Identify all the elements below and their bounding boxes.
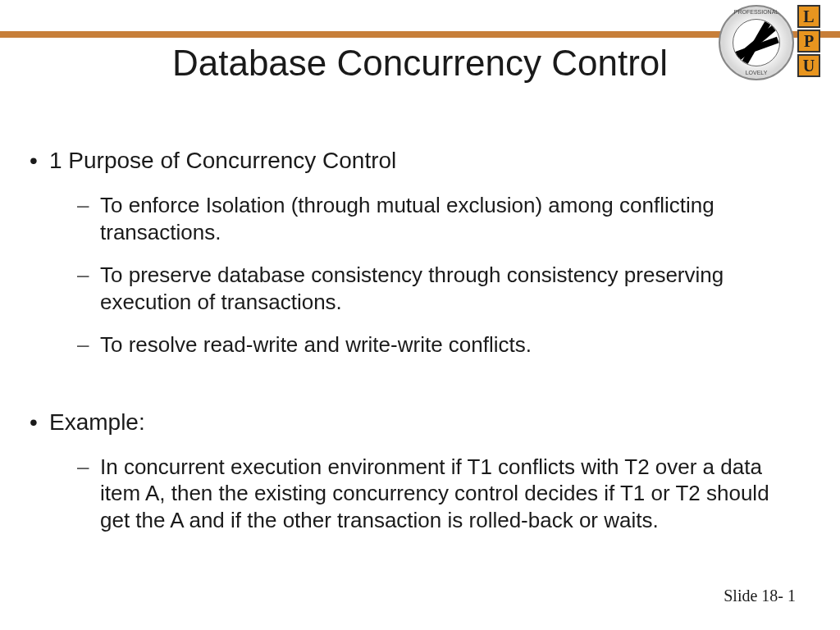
bullet-point: In concurrent execution environment if T… xyxy=(77,454,804,534)
slide-number: Slide 18- 1 xyxy=(724,587,796,605)
bullet-point: To enforce Isolation (through mutual exc… xyxy=(77,192,804,245)
seal-text-top: PROFESSIONAL xyxy=(720,9,792,15)
bullet-point: To preserve database consistency through… xyxy=(77,262,804,315)
lpu-letters: L P U xyxy=(797,5,820,77)
seal-text-bottom: LOVELY xyxy=(720,70,792,75)
slide-title: Database Concurrency Control xyxy=(0,43,840,84)
slide-content: 1 Purpose of Concurrency Control To enfo… xyxy=(30,148,810,550)
seal-inner xyxy=(733,19,780,66)
section-heading-example: Example: xyxy=(30,409,810,436)
university-seal-icon: PROFESSIONAL LOVELY xyxy=(719,5,794,80)
logo-group: PROFESSIONAL LOVELY L P U xyxy=(719,5,820,80)
lpu-letter-p: P xyxy=(797,30,820,52)
lpu-letter-u: U xyxy=(797,54,820,77)
section-heading-purpose: 1 Purpose of Concurrency Control xyxy=(30,148,810,174)
header-bar xyxy=(0,31,840,38)
lpu-letter-l: L xyxy=(797,5,820,28)
bullet-point: To resolve read-write and write-write co… xyxy=(77,331,804,358)
